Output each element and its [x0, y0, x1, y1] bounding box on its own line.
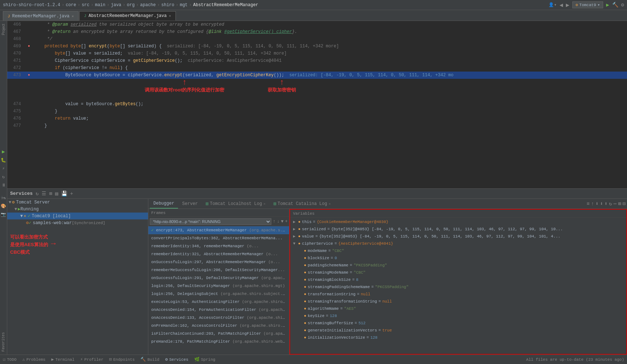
project-icon[interactable]: Project [1, 22, 5, 37]
tab-close-localhost[interactable]: ✕ [263, 202, 266, 206]
upload-icon[interactable]: ⬆ [605, 201, 607, 207]
layout-icon[interactable]: ≡ [586, 201, 589, 207]
sidebar-run-icon[interactable]: ▶ [2, 149, 5, 155]
sidebar-palette-icon[interactable]: 🎨 [1, 204, 6, 209]
var-this[interactable]: ▶ ● this = {CookieRememberMeManager@4030… [290, 218, 626, 226]
group-icon[interactable]: ⊞ [49, 190, 52, 197]
tab-remembermememanager[interactable]: J RememberMeManager.java ✕ [3, 11, 79, 21]
breakpoint-469[interactable]: ● [28, 43, 30, 50]
var-paddingscheme[interactable]: ● paddingSchemeName = "PKCS5Padding" [290, 262, 626, 269]
save-icon[interactable]: 💾 [61, 190, 67, 197]
status-build[interactable]: 🔨 Build [140, 357, 159, 362]
sidebar-profile-icon[interactable]: ⚡ [2, 166, 5, 171]
frame-item-5[interactable]: rememberMeSuccessfulLogin:206, DefaultSe… [148, 266, 289, 274]
tab-close-icon[interactable]: ✕ [72, 14, 74, 18]
thread-select[interactable]: *http-nio-8090-e...p *main": RUNNING [150, 218, 271, 225]
sidebar-refresh-icon[interactable]: ↻ [2, 174, 5, 180]
tab-server[interactable]: Server [179, 199, 202, 209]
tree-item-tomcat9[interactable]: ▼ ✕ ✓ Tomcat9 [local] [7, 213, 148, 219]
profile-icon[interactable]: 👤▾ [548, 2, 556, 8]
download-icon[interactable]: ⬇ [596, 201, 598, 207]
profiler-icon: ⚡ [80, 357, 83, 362]
status-endpoints[interactable]: ⊡ Endpoints [109, 357, 135, 362]
frames-add-icon[interactable]: + [285, 219, 288, 224]
filter-icon[interactable]: ▤ [55, 190, 58, 197]
frame-item-10[interactable]: onAccessDenied:154, FormAuthenticationFi… [148, 306, 289, 314]
status-spring[interactable]: 🌿 Spring [194, 357, 216, 362]
var-streamingbuffer[interactable]: ● streamingBufferSize = 512 [290, 320, 626, 327]
add-icon[interactable]: + [70, 191, 73, 197]
frame-item-4[interactable]: onSuccessfulLogin:297, AbstractRememberM… [148, 258, 289, 266]
var-streamingblocksize[interactable]: ● streamingBlockSize = 8 [290, 276, 626, 283]
frames-down-icon[interactable]: ↓ [277, 219, 279, 224]
tree-item-war[interactable]: ⚙ ✓ samples-web:war [Synchronized] [7, 219, 148, 226]
tab-tomcat-catalina-log[interactable]: ▤ Tomcat Catalina Log ✕ [270, 199, 334, 209]
status-profiler[interactable]: ⚡ Profiler [80, 357, 103, 362]
more-icon[interactable]: ⋯ [614, 201, 617, 207]
sidebar-debug-icon[interactable]: 🐛 [1, 158, 6, 163]
java-file-icon: J [8, 14, 10, 18]
var-streamingpadding[interactable]: ● streamingPaddingSchemeName = "PKCS5Pad… [290, 283, 626, 291]
status-todo[interactable]: ☑ TODO [3, 357, 17, 362]
sidebar-pause-icon[interactable]: ⏸ [1, 183, 6, 188]
tree-item-running[interactable]: ▼ ▶ Running [7, 206, 148, 213]
frame-item-7[interactable]: login:256, DefaultSecurityManager (org.a… [148, 282, 289, 290]
frame-item-8[interactable]: login:256, DelegatingSubject (org.apache… [148, 290, 289, 298]
nav-back-icon[interactable]: ◀ [559, 1, 563, 9]
grid-icon[interactable]: ⊞ [618, 201, 621, 207]
status-problems[interactable]: ⚠ Problems [22, 357, 46, 362]
var-initvectorsize[interactable]: ● initializationVectorSize = 128 [290, 334, 626, 341]
refresh-icon[interactable]: ↻ [35, 190, 38, 197]
frame-item-14[interactable]: preHandle:178, PathMatchingFilter (org.a… [148, 338, 289, 346]
sidebar-ant-icon[interactable]: 🐜 [1, 195, 6, 201]
tab-close-catalina[interactable]: ✕ [329, 202, 331, 206]
sidebar-camera-icon[interactable]: 📷 [1, 212, 6, 217]
frame-item-6[interactable]: onSuccessfulLogin:291, DefaultSecurityMa… [148, 274, 289, 282]
bc-core: core [66, 3, 76, 8]
up-icon[interactable]: ↑ [591, 201, 594, 207]
var-transformation[interactable]: ● transformationString = null [290, 291, 626, 298]
frame-item-9[interactable]: executeLogin:53, AuthenticatingFilter (o… [148, 298, 289, 306]
frame-item-1[interactable]: convertPrincipalsToBytes:362, AbstractRe… [148, 234, 289, 242]
frame-item-0[interactable]: ✓ encrypt:473, AbstractRememberMeManager… [148, 226, 289, 234]
tab-abstractremembermememanager[interactable]: J AbstractRememberMeManager.java ✕ [79, 11, 176, 21]
tomcat-select[interactable]: ⚙ Tomcat9 ▾ [572, 1, 603, 8]
var-name-this: this [302, 219, 312, 225]
var-geninit[interactable]: ● generateInitializationVectors = true [290, 327, 626, 334]
status-services[interactable]: ⚙ Services [165, 357, 188, 362]
tab-close-icon-2[interactable]: ✕ [169, 14, 171, 18]
download2-icon[interactable]: ⬇ [600, 201, 603, 207]
var-value[interactable]: ▶ ● value = {byte[352]@4053} [-84, -19, … [290, 233, 626, 240]
var-blocksize[interactable]: ● blockSize = 0 [290, 254, 626, 262]
status-terminal[interactable]: ▶ Terminal [51, 357, 75, 362]
tree-item-tomcatserver[interactable]: ▼ ⚙ Tomcat Server [7, 199, 148, 206]
code-editor[interactable]: 466 * @param serialized the serialized o… [7, 21, 627, 188]
settings-icon[interactable]: ⚙ [621, 2, 624, 8]
var-keysize[interactable]: ● keySize = 128 [290, 312, 626, 320]
nav-forward-icon[interactable]: ▶ [566, 1, 569, 9]
frame-item-13[interactable]: isFilterChainContinued:203, PathMatching… [148, 330, 289, 338]
bc-class: AbstractRememberMeManager [193, 3, 258, 8]
var-cipherservice[interactable]: ▼ ● cipherService = {AesCipherService@40… [290, 240, 626, 247]
columns-icon[interactable]: ⊟ [623, 201, 626, 207]
var-streamingtransformation[interactable]: ● streamingTransformationString = null [290, 298, 626, 305]
frame-item-2[interactable]: rememberIdentity:346, rememberMeManager … [148, 242, 289, 250]
list-icon[interactable]: ☰ [42, 190, 46, 197]
frame-item-11[interactable]: onAccessDenied:133, AccessControlFilter … [148, 314, 289, 322]
tab-tomcat-localhost-log[interactable]: ▤ Tomcat Localhost Log ✕ [202, 199, 269, 209]
debug-icon: ✕ [24, 213, 26, 219]
frame-item-12[interactable]: onPreHandle:162, AccessControlFilter (or… [148, 322, 289, 330]
tab-debugger[interactable]: Debugger [150, 199, 178, 209]
var-modename[interactable]: ● modeName = "CBC" [290, 247, 626, 254]
frames-filter-icon[interactable]: ▼ [281, 219, 284, 224]
var-algorithmname[interactable]: ● algorithmName = "AES" [290, 305, 626, 312]
run-button[interactable]: ▶ [606, 2, 609, 8]
var-serialized[interactable]: ▶ ● serialized = {byte[352]@4053} [-84, … [290, 226, 626, 233]
frame-item-3[interactable]: rememberIdentity:321, AbstractRememberMe… [148, 250, 289, 258]
breakpoint-473[interactable]: ● [28, 72, 30, 79]
refresh2-icon[interactable]: ↻ [609, 201, 612, 207]
services-title: Services [10, 191, 33, 196]
frames-up-icon[interactable]: ↑ [273, 219, 275, 224]
build-icon[interactable]: 🔨 [612, 2, 618, 8]
var-streamingmodename[interactable]: ● streamingModeName = "CBC" [290, 269, 626, 276]
